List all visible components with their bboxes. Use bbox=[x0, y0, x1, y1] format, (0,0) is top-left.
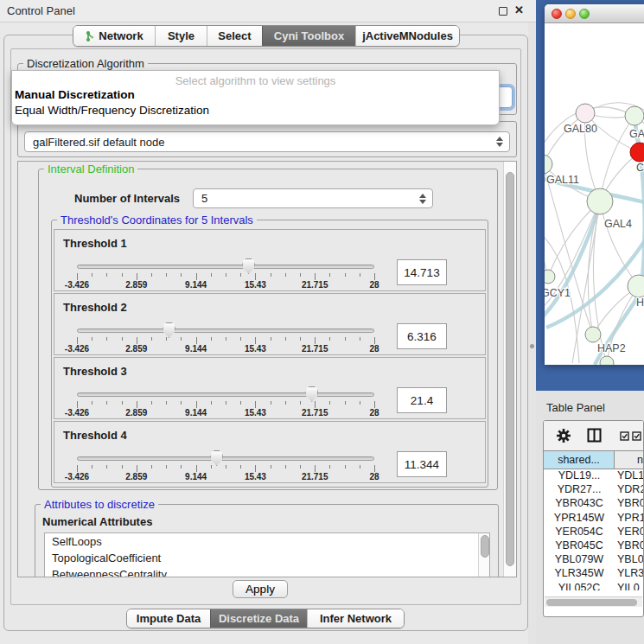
table-row[interactable]: YIL052CYIL0 bbox=[544, 582, 644, 591]
slider-thumb[interactable] bbox=[305, 386, 318, 402]
algorithm-option[interactable]: Manual Discretization bbox=[12, 87, 499, 103]
cell-name[interactable]: YIL0 bbox=[615, 582, 644, 591]
node-label-gcy1: GCY1 bbox=[545, 287, 571, 299]
slider-tick-label: 28 bbox=[348, 408, 400, 418]
node-gal11[interactable] bbox=[545, 155, 552, 174]
cell-name[interactable]: YER0 bbox=[615, 526, 644, 539]
settings-vertical-scrollbar[interactable] bbox=[503, 162, 516, 577]
node-gal80[interactable] bbox=[576, 104, 595, 123]
cell-shared-name[interactable]: YDL19... bbox=[544, 469, 615, 483]
close-icon[interactable]: ✕ bbox=[514, 3, 524, 16]
node-top-right[interactable] bbox=[625, 106, 644, 125]
cell-shared-name[interactable]: YDR27... bbox=[544, 483, 615, 497]
tab-select[interactable]: Select bbox=[207, 26, 262, 46]
node-bottom[interactable] bbox=[600, 356, 614, 365]
node-table: shared... n YDL19...YDL1YDR27...YDR2YBR0… bbox=[543, 420, 644, 617]
apply-button[interactable]: Apply bbox=[233, 580, 288, 598]
column-layout-icon[interactable] bbox=[587, 428, 602, 443]
checkbox-checked-icon[interactable] bbox=[620, 431, 629, 441]
algorithm-option[interactable]: Equal Width/Frequency Discretization bbox=[12, 103, 499, 118]
network-window[interactable]: GAL80GACGAL11GAL4GCY1HHAP2 bbox=[545, 4, 644, 365]
slider-track[interactable] bbox=[77, 328, 374, 333]
tab-network[interactable]: Network bbox=[73, 26, 155, 46]
node-gcy1[interactable] bbox=[545, 270, 555, 284]
threshold-value-field[interactable]: 21.4 bbox=[397, 387, 447, 413]
split-pane-divider[interactable] bbox=[528, 22, 536, 644]
application-window: Control Panel ✕ NetworkStyleSelectCyni T… bbox=[0, 0, 644, 644]
slider-track[interactable] bbox=[77, 265, 374, 269]
num-intervals-combo[interactable]: 5 bbox=[193, 188, 433, 208]
tab-cyni-toolbox[interactable]: Cyni Toolbox bbox=[262, 26, 355, 46]
tab-jactivemnodules[interactable]: jActiveMNodules bbox=[355, 26, 459, 46]
checkbox-checked-icon[interactable] bbox=[632, 431, 641, 441]
cell-name[interactable]: YPR1 bbox=[615, 512, 644, 526]
tab-style[interactable]: Style bbox=[155, 26, 207, 46]
node-h[interactable] bbox=[628, 275, 644, 297]
tab-infer-network[interactable]: Infer Network bbox=[307, 609, 404, 628]
column-header-shared-name[interactable]: shared... bbox=[544, 450, 615, 469]
table-row[interactable]: YLR345WYLR3 bbox=[544, 567, 644, 581]
cell-name[interactable]: YBR0 bbox=[615, 539, 644, 553]
cell-shared-name[interactable]: YIL052C bbox=[544, 582, 615, 591]
node-gal4[interactable] bbox=[587, 188, 613, 214]
cell-shared-name[interactable]: YBL079W bbox=[544, 553, 615, 567]
threshold-value-field[interactable]: 6.316 bbox=[397, 323, 447, 349]
attributes-scrollbar[interactable] bbox=[478, 533, 489, 577]
slider-tick bbox=[226, 401, 226, 405]
column-header-name[interactable]: n bbox=[615, 450, 644, 469]
cell-name[interactable]: YDL1 bbox=[615, 469, 644, 483]
table-row[interactable]: YBR043CYBR0 bbox=[544, 497, 644, 511]
network-canvas[interactable]: GAL80GACGAL11GAL4GCY1HHAP2 bbox=[545, 23, 644, 365]
table-data-combo[interactable]: galFiltered.sif default node bbox=[24, 131, 510, 152]
table-row[interactable]: YDL19...YDL1 bbox=[544, 469, 644, 483]
table-row[interactable]: YBR045CYBR0 bbox=[544, 539, 644, 553]
slider-thumb[interactable] bbox=[210, 450, 223, 466]
slider-tick-label: -3.426 bbox=[51, 408, 103, 418]
slider-tick bbox=[315, 401, 316, 408]
cell-shared-name[interactable]: YPR145W bbox=[544, 512, 615, 526]
slider-tick bbox=[211, 401, 212, 405]
slider-track[interactable] bbox=[77, 456, 374, 461]
threshold-value-field[interactable]: 14.713 bbox=[397, 259, 447, 285]
cell-shared-name[interactable]: YBR045C bbox=[544, 539, 615, 553]
attribute-list-item[interactable]: SelfLoops bbox=[45, 533, 489, 550]
threshold-panel-4: Threshold 4-3.4262.8599.14415.4321.71528… bbox=[54, 421, 486, 483]
network-window-titlebar[interactable] bbox=[545, 4, 644, 23]
cell-name[interactable]: YBR0 bbox=[615, 497, 644, 511]
table-row[interactable]: YDR27...YDR2 bbox=[544, 483, 644, 497]
tab-impute-data[interactable]: Impute Data bbox=[127, 609, 210, 628]
tab-discretize-data[interactable]: Discretize Data bbox=[210, 609, 307, 628]
threshold-value-field[interactable]: 11.344 bbox=[397, 451, 447, 477]
cell-name[interactable]: YBL0 bbox=[615, 553, 644, 567]
slider-tick bbox=[92, 273, 92, 277]
slider-track[interactable] bbox=[77, 392, 374, 397]
attributes-list[interactable]: SelfLoopsTopologicalCoefficientBetweenne… bbox=[44, 532, 490, 577]
slider-tick bbox=[300, 465, 301, 469]
node-hap2[interactable] bbox=[585, 327, 601, 342]
cell-name[interactable]: YDR2 bbox=[615, 483, 644, 497]
table-horizontal-scrollbar[interactable] bbox=[545, 596, 642, 607]
cell-shared-name[interactable]: YER054C bbox=[544, 526, 615, 539]
float-window-icon[interactable] bbox=[499, 7, 507, 16]
minimize-traffic-icon[interactable] bbox=[565, 9, 576, 19]
slider-tick bbox=[106, 273, 107, 277]
cell-shared-name[interactable]: YBR043C bbox=[544, 497, 615, 511]
cell-shared-name[interactable]: YLR345W bbox=[544, 567, 615, 581]
slider-thumb[interactable] bbox=[163, 322, 175, 338]
slider-tick-label: 28 bbox=[348, 472, 400, 481]
slider-thumb[interactable] bbox=[242, 258, 255, 274]
table-row[interactable]: YBL079WYBL0 bbox=[544, 553, 644, 567]
zoom-traffic-icon[interactable] bbox=[579, 9, 590, 19]
cell-name[interactable]: YLR3 bbox=[615, 567, 644, 581]
slider-tick bbox=[285, 465, 286, 469]
attribute-list-item[interactable]: BetweennessCentrality bbox=[45, 566, 489, 577]
slider-tick bbox=[345, 401, 346, 405]
attribute-list-item[interactable]: TopologicalCoefficient bbox=[45, 550, 489, 566]
scrollbar-thumb[interactable] bbox=[481, 535, 489, 558]
close-traffic-icon[interactable] bbox=[552, 9, 562, 19]
gear-icon[interactable] bbox=[556, 428, 571, 443]
scrollbar-thumb[interactable] bbox=[506, 172, 514, 566]
scrollbar-thumb[interactable] bbox=[546, 599, 637, 606]
table-row[interactable]: YPR145WYPR1 bbox=[544, 512, 644, 526]
table-row[interactable]: YER054CYER0 bbox=[544, 526, 644, 539]
